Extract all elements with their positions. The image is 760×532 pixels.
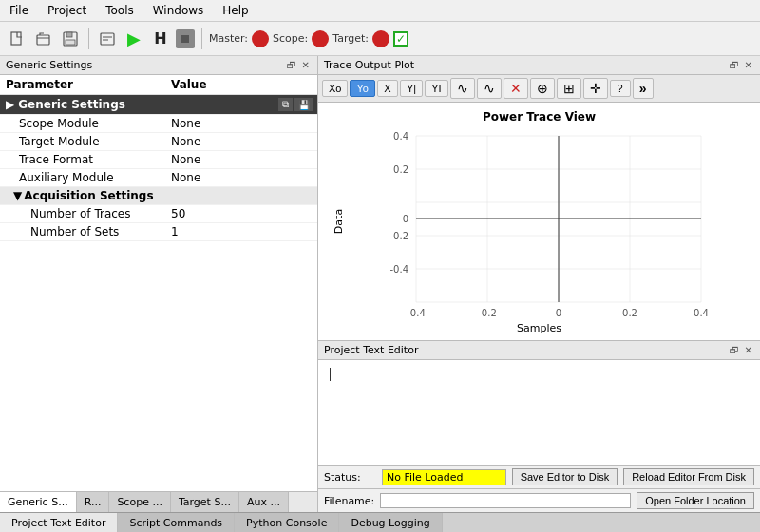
text-cursor bbox=[330, 368, 331, 381]
param-aux-module: Auxiliary Module bbox=[0, 171, 171, 184]
trace-btn-yi[interactable]: YI bbox=[425, 80, 447, 97]
svg-rect-5 bbox=[101, 33, 114, 45]
stop-icon bbox=[181, 35, 189, 43]
editor-float-icon[interactable]: 🗗 bbox=[728, 345, 741, 355]
master-label: Master: bbox=[209, 32, 248, 45]
open-folder-btn[interactable]: Open Folder Location bbox=[636, 492, 754, 509]
trace-toolbar: Xo Yo X Y| YI ∿ ∿ ✕ ⊕ ⊞ ✛ ? » bbox=[318, 75, 760, 103]
save-editor-btn[interactable]: Save Editor to Disk bbox=[512, 468, 618, 485]
table-row: Target Module None bbox=[0, 133, 317, 151]
svg-text:0.4: 0.4 bbox=[694, 308, 709, 318]
tab-project-text-editor[interactable]: Project Text Editor bbox=[0, 513, 118, 532]
value-target-module: None bbox=[171, 135, 317, 148]
trace-btn-wave2[interactable]: ∿ bbox=[477, 78, 502, 99]
left-panel-close-icon[interactable]: ✕ bbox=[300, 60, 312, 70]
tab-script-commands[interactable]: Script Commands bbox=[118, 513, 235, 532]
trace-panel-header: Trace Output Plot 🗗 ✕ bbox=[318, 56, 760, 75]
trace-btn-wave1[interactable]: ∿ bbox=[450, 78, 475, 99]
trace-btn-plus-circle[interactable]: ⊕ bbox=[530, 78, 555, 99]
group-generic-label: ▶ Generic Settings bbox=[0, 98, 171, 111]
trace-btn-cross[interactable]: ✕ bbox=[504, 78, 528, 99]
svg-text:-0.4: -0.4 bbox=[390, 264, 408, 275]
filename-label: Filename: bbox=[324, 495, 374, 507]
expand-acq-icon: ▼ bbox=[13, 189, 22, 202]
trace-btn-x[interactable]: X bbox=[377, 80, 398, 97]
trace-btn-crosshair[interactable]: ✛ bbox=[583, 78, 608, 99]
scope-status-icon bbox=[312, 30, 329, 48]
trace-output-panel: Trace Output Plot 🗗 ✕ Xo Yo X Y| YI ∿ ∿ … bbox=[318, 56, 760, 341]
editor-content[interactable] bbox=[318, 360, 760, 465]
stop-sq-btn[interactable] bbox=[176, 29, 195, 48]
expand-icon: ▶ bbox=[6, 98, 14, 111]
value-scope-module: None bbox=[171, 117, 317, 130]
col-value-header: Value bbox=[171, 78, 317, 91]
menu-help[interactable]: Help bbox=[217, 2, 254, 19]
bottom-tabs: Project Text Editor Script Commands Pyth… bbox=[0, 512, 760, 532]
scope-label: Scope: bbox=[273, 32, 308, 45]
table-row: Auxiliary Module None bbox=[0, 169, 317, 187]
param-target-module: Target Module bbox=[0, 135, 171, 148]
trace-panel-title: Trace Output Plot bbox=[324, 59, 414, 71]
reload-editor-btn[interactable]: Reload Editor From Disk bbox=[623, 468, 754, 485]
trace-btn-more[interactable]: » bbox=[633, 78, 654, 99]
group-acquisition-label: ▼ Acquisition Settings bbox=[0, 189, 171, 202]
trace-btn-xo[interactable]: Xo bbox=[322, 80, 348, 97]
svg-text:-0.4: -0.4 bbox=[407, 308, 426, 318]
tab-scope[interactable]: Scope ... bbox=[109, 492, 171, 512]
new-file-btn[interactable] bbox=[6, 28, 28, 50]
menu-windows[interactable]: Windows bbox=[147, 2, 210, 19]
plot-area: Power Trace View Data Samples bbox=[318, 103, 760, 340]
tab-target-s[interactable]: Target S... bbox=[171, 492, 239, 512]
group-acquisition-settings: ▼ Acquisition Settings bbox=[0, 187, 317, 205]
trace-panel-float-icon[interactable]: 🗗 bbox=[728, 60, 741, 70]
open-file-btn[interactable] bbox=[32, 28, 55, 50]
tab-debug-logging[interactable]: Debug Logging bbox=[339, 513, 442, 532]
tab-r[interactable]: R... bbox=[77, 492, 110, 512]
menu-bar: File Project Tools Windows Help bbox=[0, 0, 760, 22]
play-btn[interactable]: ▶ bbox=[123, 28, 145, 50]
settings-table: Parameter Value ▶ Generic Settings ⧉ 💾 S… bbox=[0, 75, 317, 491]
table-row: Scope Module None bbox=[0, 115, 317, 133]
trace-btn-yl[interactable]: Y| bbox=[400, 80, 423, 97]
svg-text:0: 0 bbox=[402, 214, 408, 224]
param-num-traces: Number of Traces bbox=[0, 207, 171, 220]
editor-header-icons: 🗗 ✕ bbox=[728, 345, 754, 355]
play-icon: ▶ bbox=[127, 28, 141, 48]
check-icon[interactable]: ✓ bbox=[393, 31, 408, 47]
svg-text:0.2: 0.2 bbox=[393, 164, 408, 175]
svg-rect-3 bbox=[66, 32, 72, 37]
trace-panel-close-icon[interactable]: ✕ bbox=[743, 60, 754, 70]
tab-aux[interactable]: Aux ... bbox=[239, 492, 289, 512]
value-aux-module: None bbox=[171, 171, 317, 184]
left-panel-tabs: Generic S... R... Scope ... Target S... … bbox=[0, 491, 317, 512]
tab-python-console[interactable]: Python Console bbox=[235, 513, 339, 532]
trace-btn-help[interactable]: ? bbox=[610, 80, 631, 97]
stop-h-btn[interactable]: H bbox=[149, 28, 172, 50]
editor-header: Project Text Editor 🗗 ✕ bbox=[318, 341, 760, 360]
filename-input[interactable] bbox=[380, 493, 631, 508]
tab-generic-s[interactable]: Generic S... bbox=[0, 492, 77, 512]
table-row: Number of Sets 1 bbox=[0, 223, 317, 241]
param-trace-format: Trace Format bbox=[0, 153, 171, 166]
target-label: Target: bbox=[332, 32, 369, 45]
left-panel-header: Generic Settings 🗗 ✕ bbox=[0, 56, 317, 75]
value-num-traces: 50 bbox=[171, 207, 317, 220]
copy-icon-btn[interactable]: ⧉ bbox=[278, 98, 293, 111]
plot-y-label: Data bbox=[332, 209, 345, 234]
editor-section: Project Text Editor 🗗 ✕ Status: No File … bbox=[318, 341, 760, 512]
svg-text:0.4: 0.4 bbox=[393, 131, 408, 142]
menu-project[interactable]: Project bbox=[42, 2, 92, 19]
menu-file[interactable]: File bbox=[4, 2, 34, 19]
group-icons: ⧉ 💾 bbox=[278, 98, 314, 111]
main-toolbar: ▶ H Master: Scope: Target: ✓ bbox=[0, 22, 760, 56]
trace-btn-grid[interactable]: ⊞ bbox=[557, 78, 581, 99]
target-status-icon bbox=[372, 30, 390, 48]
save-icon-btn[interactable]: 💾 bbox=[294, 98, 314, 111]
trace-btn-yo[interactable]: Yo bbox=[350, 80, 374, 97]
save-file-btn[interactable] bbox=[59, 28, 82, 50]
menu-tools[interactable]: Tools bbox=[100, 2, 140, 19]
left-panel-float-icon[interactable]: 🗗 bbox=[285, 60, 298, 70]
script-btn[interactable] bbox=[96, 28, 119, 50]
editor-close-icon[interactable]: ✕ bbox=[743, 345, 754, 355]
status-row: Status: No File Loaded Save Editor to Di… bbox=[318, 465, 760, 488]
